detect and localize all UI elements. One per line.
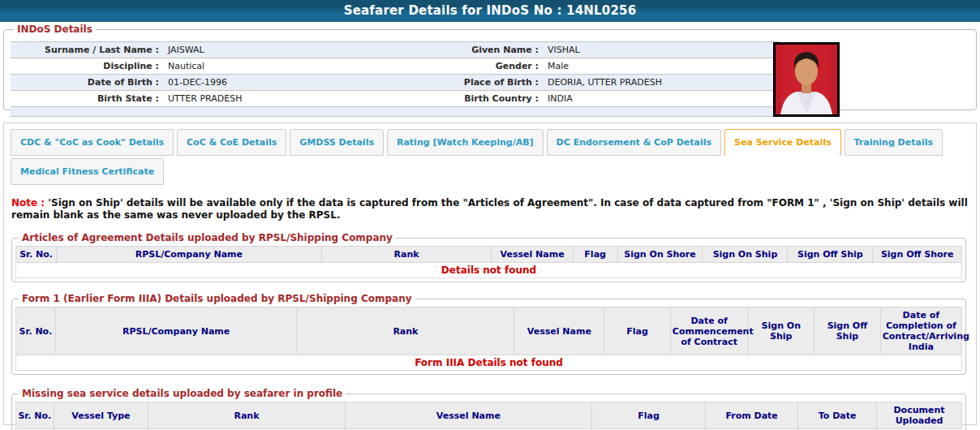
- field-label-discipline: Discipline :: [11, 58, 166, 74]
- indos-row-birth-state: Birth State : UTTER PRADESH Birth Countr…: [11, 91, 780, 107]
- col-vessel-type: Vessel Type: [54, 402, 148, 429]
- agreement-table: Sr. No. RPSL/Company Name Rank Vessel Na…: [15, 246, 962, 278]
- col-sign-off-ship: Sign Off Ship: [815, 307, 881, 355]
- tab-sea-service[interactable]: Sea Service Details: [724, 129, 841, 156]
- col-document-uploaded: Document Uploaded: [877, 402, 962, 429]
- agreement-empty-message: Details not found: [16, 263, 962, 278]
- note-body: 'Sign on Ship' details will be available…: [11, 197, 968, 221]
- tab-training[interactable]: Training Details: [845, 129, 943, 156]
- col-date-commencement: Date of Commencement of Contract: [670, 307, 748, 355]
- col-sr-no: Sr. No.: [16, 402, 54, 429]
- col-flag: Flag: [573, 247, 617, 263]
- form1-table: Sr. No. RPSL/Company Name Rank Vessel Na…: [15, 307, 962, 371]
- agreement-header-row: Sr. No. RPSL/Company Name Rank Vessel Na…: [16, 247, 962, 263]
- col-vessel-name: Vessel Name: [345, 402, 591, 429]
- tab-dc-endorsement-cop[interactable]: DC Endorsement & CoP Details: [547, 129, 721, 156]
- col-sr-no: Sr. No.: [16, 247, 57, 263]
- field-value-discipline: Nautical: [166, 58, 384, 74]
- form1-legend: Form 1 (Earlier Form IIIA) Details uploa…: [19, 293, 415, 304]
- col-sign-on-ship: Sign On Ship: [703, 247, 788, 263]
- tab-medical-fitness[interactable]: Medical Fitness Certificate: [11, 158, 164, 185]
- indos-row-birth-date: Date of Birth : 01-DEC-1996 Place of Bir…: [11, 75, 780, 91]
- tab-gmdss[interactable]: GMDSS Details: [290, 129, 384, 156]
- col-rank: Rank: [321, 247, 492, 263]
- form1-section: Form 1 (Earlier Form IIIA) Details uploa…: [11, 293, 966, 375]
- form1-empty-row: Form IIIA Details not found: [16, 355, 962, 371]
- form1-empty-message: Form IIIA Details not found: [16, 355, 962, 371]
- col-sr-no: Sr. No.: [16, 307, 56, 355]
- field-label-given-name: Given Name :: [384, 42, 546, 58]
- col-to-date: To Date: [798, 402, 877, 429]
- col-flag: Flag: [604, 307, 671, 355]
- indos-details-section: INDoS Details Surname / Last Name : JAIS…: [3, 24, 977, 110]
- indos-row-discipline: Discipline : Nautical Gender : Male: [11, 58, 780, 75]
- sign-on-ship-note: Note : 'Sign on Ship' details will be av…: [11, 197, 968, 221]
- missing-service-section: Missing sea service details uploaded by …: [11, 388, 966, 430]
- col-date-completion: Date of Completion of Contract/Arriving …: [880, 307, 961, 355]
- field-value-surname: JAISWAL: [166, 42, 384, 58]
- field-value-birth-country: INDIA: [546, 91, 780, 106]
- col-vessel-name: Vessel Name: [514, 307, 604, 355]
- field-value-date-of-birth: 01-DEC-1996: [166, 75, 384, 90]
- seafarer-photo-image: [776, 45, 837, 114]
- col-sign-on-shore: Sign On Shore: [617, 247, 703, 263]
- tab-rating-watch-keeping[interactable]: Rating [Watch Keeping/AB]: [387, 129, 544, 156]
- form1-header-row: Sr. No. RPSL/Company Name Rank Vessel Na…: [16, 307, 962, 355]
- page-title: Seafarer Details for INDoS No : 14NL0256: [0, 0, 980, 22]
- col-sign-off-shore: Sign Off Shore: [873, 247, 962, 263]
- field-value-gender: Male: [546, 58, 780, 74]
- col-rpsl-company: RPSL/Company Name: [57, 247, 321, 263]
- col-flag: Flag: [592, 402, 706, 429]
- missing-service-legend: Missing sea service details uploaded by …: [19, 388, 346, 399]
- col-rank: Rank: [148, 402, 346, 429]
- indos-details-legend: INDoS Details: [14, 24, 96, 35]
- field-label-birth-state: Birth State :: [11, 91, 166, 106]
- field-value-given-name: VISHAL: [546, 42, 780, 58]
- field-value-birth-state: UTTER PRADESH: [166, 91, 384, 106]
- seafarer-photo: [773, 42, 840, 117]
- field-label-surname: Surname / Last Name :: [11, 42, 166, 58]
- field-label-date-of-birth: Date of Birth :: [11, 75, 166, 90]
- tabs-row-2: Medical Fitness Certificate: [11, 158, 976, 185]
- indos-details-grid: Surname / Last Name : JAISWAL Given Name…: [11, 41, 780, 117]
- col-vessel-name: Vessel Name: [492, 247, 573, 263]
- tab-content-panel: CDC & "CoC as Cook" Details CoC & CoE De…: [3, 123, 977, 425]
- tab-cdc-coc-as-cook[interactable]: CDC & "CoC as Cook" Details: [11, 129, 174, 156]
- col-sign-on-ship: Sign On Ship: [748, 307, 815, 355]
- field-label-gender: Gender :: [384, 58, 546, 74]
- agreement-legend: Articles of Agreement Details uploaded b…: [19, 232, 396, 243]
- field-label-birth-country: Birth Country :: [384, 91, 546, 106]
- tabs-row-1: CDC & "CoC as Cook" Details CoC & CoE De…: [11, 129, 976, 156]
- agreement-empty-row: Details not found: [16, 263, 962, 278]
- agreement-section: Articles of Agreement Details uploaded b…: [11, 232, 966, 282]
- col-rpsl-company: RPSL/Company Name: [55, 307, 296, 355]
- indos-row-spacer: [11, 107, 780, 117]
- col-sign-off-ship: Sign Off Ship: [788, 247, 873, 263]
- field-label-place-of-birth: Place of Birth :: [384, 75, 546, 90]
- indos-row-name: Surname / Last Name : JAISWAL Given Name…: [11, 42, 780, 58]
- tab-coc-coe[interactable]: CoC & CoE Details: [177, 129, 286, 156]
- col-from-date: From Date: [705, 402, 797, 429]
- col-rank: Rank: [297, 307, 514, 355]
- note-prefix: Note :: [11, 197, 45, 209]
- missing-service-header-row: Sr. No. Vessel Type Rank Vessel Name Fla…: [16, 402, 962, 429]
- missing-service-table: Sr. No. Vessel Type Rank Vessel Name Fla…: [15, 402, 962, 430]
- field-value-place-of-birth: DEORIA, UTTER PRADESH: [546, 75, 780, 90]
